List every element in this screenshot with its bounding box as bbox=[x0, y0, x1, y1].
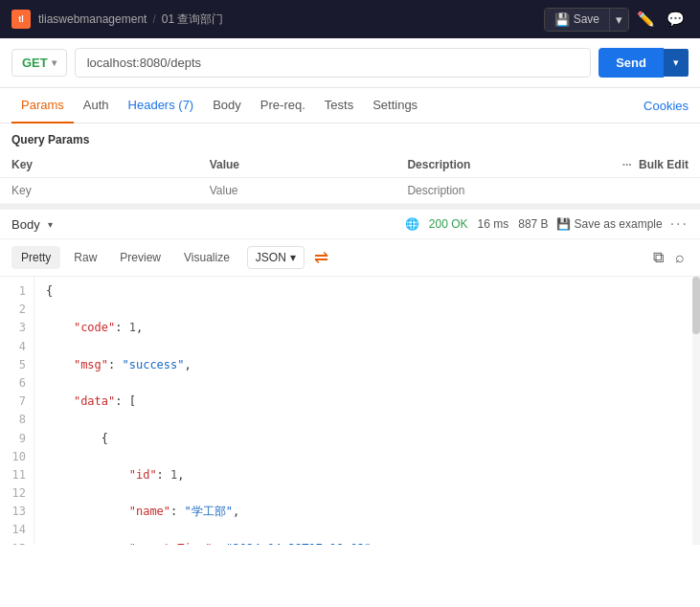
body-label[interactable]: Body bbox=[11, 217, 40, 232]
tab-settings[interactable]: Settings bbox=[363, 88, 427, 124]
col-bulk: ··· Bulk Edit bbox=[594, 152, 700, 178]
send-dropdown-button[interactable]: ▾ bbox=[664, 49, 689, 77]
copy-button[interactable]: ⧉ bbox=[649, 245, 667, 270]
body-toolbar: Body ▾ 🌐 200 OK 16 ms 887 B 💾 Save as ex… bbox=[0, 210, 700, 239]
send-button[interactable]: Send bbox=[598, 48, 664, 78]
comment-button[interactable]: 💬 bbox=[663, 7, 689, 32]
response-body-section: Body ▾ 🌐 200 OK 16 ms 887 B 💾 Save as ex… bbox=[0, 204, 700, 545]
floppy-icon: 💾 bbox=[554, 12, 570, 27]
view-tabs: Pretty Raw Preview Visualize JSON ▾ ⇌ ⧉ … bbox=[0, 239, 700, 277]
scrollbar[interactable] bbox=[692, 277, 700, 545]
breadcrumb-sep: / bbox=[152, 12, 155, 26]
breadcrumb-page: 01 查询部门 bbox=[162, 11, 224, 28]
bulk-edit-label[interactable]: Bulk Edit bbox=[639, 158, 689, 171]
tab-body[interactable]: Body bbox=[203, 88, 251, 124]
wrap-icon[interactable]: ⇌ bbox=[314, 247, 328, 268]
status-info: 🌐 200 OK 16 ms 887 B bbox=[405, 217, 549, 231]
request-tabs: Params Auth Headers (7) Body Pre-req. Te… bbox=[0, 88, 700, 124]
format-label: JSON bbox=[256, 251, 286, 264]
edit-button[interactable]: ✏️ bbox=[633, 7, 659, 32]
cookies-button[interactable]: Cookies bbox=[644, 99, 689, 113]
method-label: GET bbox=[22, 56, 48, 70]
tab-prereq[interactable]: Pre-req. bbox=[251, 88, 315, 124]
method-arrow: ▾ bbox=[52, 57, 56, 68]
save-dropdown-button[interactable]: ▾ bbox=[609, 9, 628, 31]
body-arrow: ▾ bbox=[48, 219, 53, 230]
params-empty-row bbox=[0, 178, 700, 204]
query-params-title: Query Params bbox=[0, 124, 700, 152]
url-input[interactable] bbox=[75, 48, 591, 78]
view-tab-raw[interactable]: Raw bbox=[64, 246, 106, 269]
tab-tests[interactable]: Tests bbox=[315, 88, 363, 124]
save-button[interactable]: 💾 Save bbox=[545, 9, 609, 31]
view-tab-visualize[interactable]: Visualize bbox=[174, 246, 239, 269]
key-input[interactable] bbox=[11, 184, 187, 197]
value-input[interactable] bbox=[210, 184, 385, 197]
header-actions: 💾 Save ▾ ✏️ 💬 bbox=[544, 7, 689, 32]
query-params-section: Query Params Key Value Description ··· B… bbox=[0, 124, 700, 204]
tab-params[interactable]: Params bbox=[11, 88, 74, 124]
format-arrow: ▾ bbox=[290, 251, 296, 264]
params-table: Key Value Description ··· Bulk Edit bbox=[0, 152, 700, 204]
bulk-dots: ··· bbox=[622, 158, 632, 171]
breadcrumb-workspace: tliaswebmanagement bbox=[38, 12, 147, 26]
send-button-group: Send ▾ bbox=[598, 48, 689, 78]
tab-headers[interactable]: Headers (7) bbox=[119, 88, 204, 124]
view-tab-pretty[interactable]: Pretty bbox=[11, 246, 60, 269]
search-button[interactable]: ⌕ bbox=[671, 245, 689, 270]
response-size: 887 B bbox=[518, 217, 548, 231]
col-key: Key bbox=[0, 152, 198, 178]
col-value: Value bbox=[198, 152, 396, 178]
response-code-area[interactable]: 1 2 3 4 5 6 7 8 9 10 11 12 13 14 15 16 {… bbox=[0, 277, 700, 545]
col-description: Description bbox=[395, 152, 594, 178]
response-time: 16 ms bbox=[478, 217, 509, 231]
save-icon: 💾 bbox=[556, 217, 571, 231]
status-code: 200 OK bbox=[429, 217, 468, 231]
line-numbers: 1 2 3 4 5 6 7 8 9 10 11 12 13 14 15 16 bbox=[0, 277, 34, 545]
save-example-button[interactable]: 💾 Save as example bbox=[556, 217, 663, 231]
code-content: { "code": 1, "msg": "success", "data": [… bbox=[34, 277, 692, 545]
format-select[interactable]: JSON ▾ bbox=[247, 246, 305, 269]
app-logo: tl bbox=[11, 10, 31, 29]
breadcrumb: tliaswebmanagement / 01 查询部门 bbox=[38, 11, 536, 28]
desc-input[interactable] bbox=[407, 184, 582, 197]
more-options-button[interactable]: ··· bbox=[670, 215, 689, 233]
view-tab-preview[interactable]: Preview bbox=[110, 246, 170, 269]
url-bar: GET ▾ Send ▾ bbox=[0, 38, 700, 88]
save-example-label: Save as example bbox=[575, 217, 663, 231]
app-header: tl tliaswebmanagement / 01 查询部门 💾 Save ▾… bbox=[0, 0, 700, 38]
tab-auth[interactable]: Auth bbox=[74, 88, 119, 124]
method-select[interactable]: GET ▾ bbox=[11, 49, 67, 77]
save-button-group: 💾 Save ▾ bbox=[544, 8, 629, 32]
globe-icon: 🌐 bbox=[405, 217, 419, 231]
